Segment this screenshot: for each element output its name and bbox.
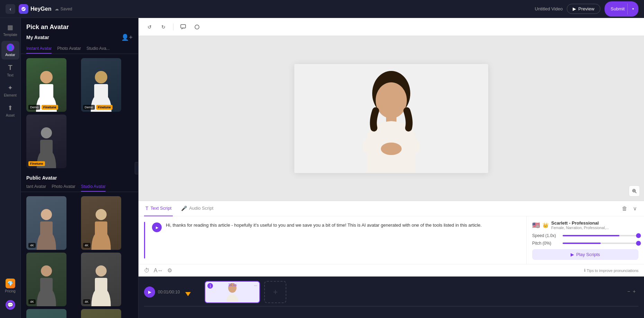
shape-icon — [194, 24, 200, 30]
pub-avatar-card-6[interactable] — [81, 309, 121, 318]
tab-instant-avatar[interactable]: Instant Avatar — [26, 44, 52, 54]
my-avatar-grid: Demo Finetune Demo Fin — [21, 54, 138, 172]
text-script-label: Text Script — [151, 206, 172, 211]
speed-slider-thumb — [636, 233, 641, 238]
pub-tab-photo[interactable]: Photo Avatar — [52, 182, 75, 192]
shape-button[interactable] — [191, 21, 203, 33]
preview-button[interactable]: ▶ Preview — [567, 4, 600, 14]
script-play-button[interactable]: ▶ — [152, 222, 162, 232]
my-avatar-card-2[interactable]: Demo Finetune — [81, 58, 121, 112]
script-right-panel: 🇺🇸 👑 Scarlett - Professional Female, Nar… — [526, 216, 644, 264]
add-clip-button[interactable]: + — [264, 281, 286, 303]
sidebar-item-text[interactable]: T Text — [1, 61, 19, 80]
pub-avatar-card-3[interactable]: 4K — [26, 253, 66, 306]
pub-avatar-card-1[interactable]: 4K — [26, 196, 66, 250]
cloud-icon: ☁ — [55, 7, 59, 11]
history-tool-button[interactable]: ⏱ — [144, 267, 150, 274]
topbar-right: Untitled Video ▶ Preview Submit ▾ — [535, 1, 638, 17]
expand-script-button[interactable]: ∨ — [632, 204, 638, 213]
pitch-setting-row: Pitch (0%) — [532, 241, 638, 246]
badge-demo-2: Demo — [83, 105, 95, 110]
pub-avatar-figure-1 — [33, 205, 60, 250]
tips-text: ℹ Tips to improve pronunciations — [584, 268, 638, 273]
public-avatar-title: Public Avatar — [21, 172, 138, 182]
clip-duration: 10.1s — [228, 283, 236, 287]
tab-text-script[interactable]: T Text Script — [144, 201, 173, 216]
pricing-label: Pricing — [5, 289, 16, 293]
toolbar-divider-1 — [173, 24, 173, 30]
submit-button[interactable]: Submit ▾ — [605, 1, 638, 17]
svg-point-5 — [41, 127, 52, 138]
delete-script-button[interactable]: 🗑 — [620, 204, 629, 213]
settings-tool-button[interactable]: ⚙ — [167, 267, 172, 274]
pub-avatar-card-5[interactable] — [26, 309, 66, 318]
my-avatar-card-3[interactable]: Finetune — [26, 115, 66, 168]
pub-avatar-card-2[interactable]: 4K — [81, 196, 121, 250]
script-panel: T Text Script 🎤 Audio Script 🗑 ∨ ▶ — [138, 201, 644, 276]
canvas-stage[interactable] — [294, 64, 488, 173]
asset-label: Asset — [6, 113, 15, 117]
svg-rect-4 — [94, 84, 108, 101]
sidebar-item-chat[interactable]: 💬 — [1, 297, 19, 312]
panel-collapse-button[interactable]: ‹ — [135, 162, 138, 174]
add-avatar-button[interactable]: 👤+ — [121, 34, 133, 41]
timeline-play-button[interactable]: ▶ — [144, 287, 155, 298]
badge-finetune-3: Finetune — [28, 161, 45, 166]
clip-more-button[interactable]: ··· — [254, 283, 257, 288]
svg-rect-19 — [181, 25, 186, 28]
pitch-slider[interactable] — [563, 243, 638, 244]
pub-tab-studio[interactable]: Studio Avatar — [81, 182, 106, 192]
timeline-clips-row: 1 10.1s ··· + — [187, 281, 286, 303]
tab-photo-avatar[interactable]: Photo Avatar — [57, 44, 81, 54]
zoom-in-button[interactable]: + — [633, 289, 636, 294]
element-label: Element — [4, 93, 17, 97]
svg-rect-6 — [40, 140, 53, 156]
preview-label: Preview — [578, 6, 594, 11]
submit-dropdown-arrow[interactable]: ▾ — [627, 3, 638, 15]
voice-selector[interactable]: 🇺🇸 👑 Scarlett - Professional Female, Nar… — [532, 220, 638, 230]
svg-point-7 — [41, 209, 52, 220]
script-text-area: ▶ Hi, thanks for reading this article - … — [138, 216, 526, 264]
tab-audio-script[interactable]: 🎤 Audio Script — [180, 201, 215, 216]
back-button[interactable]: ‹ — [6, 4, 15, 14]
avatar-panel-scroll[interactable]: Demo Finetune Demo Fin — [21, 54, 138, 318]
pub-avatar-figure-2 — [87, 205, 115, 250]
chat-icon: 💬 — [6, 300, 15, 310]
zoom-out-button[interactable]: − — [627, 289, 630, 294]
zoom-button[interactable] — [629, 185, 640, 197]
flag-icon: 🇺🇸 — [532, 221, 540, 229]
badge-demo-1: Demo — [28, 105, 40, 110]
svg-point-1 — [40, 71, 53, 83]
pitch-slider-thumb — [636, 241, 641, 246]
translate-tool-button[interactable]: A↔ — [154, 267, 163, 274]
redo-button[interactable]: ↻ — [158, 21, 169, 33]
tab-studio-avatar[interactable]: Studio Ava... — [87, 44, 110, 54]
sidebar-item-template[interactable]: ▦ Template — [1, 21, 19, 39]
sidebar-item-asset[interactable]: ⬆ Asset — [1, 101, 19, 120]
sidebar-item-avatar[interactable]: 👤 Avatar — [1, 41, 19, 60]
my-avatar-card-1[interactable]: Demo Finetune — [26, 58, 66, 112]
pub-tab-instant[interactable]: tant Avatar — [26, 182, 46, 192]
speed-slider[interactable] — [563, 235, 638, 236]
sidebar-item-element[interactable]: ✦ Element — [1, 81, 19, 100]
badge-finetune-2: Finetune — [96, 105, 113, 110]
svg-point-24 — [381, 143, 402, 155]
svg-rect-14 — [95, 278, 107, 294]
svg-point-9 — [96, 209, 107, 220]
avatar-panel: Pick an Avatar My Avatar 👤+ Instant Avat… — [21, 18, 138, 318]
audio-script-icon: 🎤 — [181, 206, 187, 211]
play-scripts-icon: ▶ — [571, 252, 574, 257]
zoom-icon — [632, 189, 637, 193]
voice-name: Scarlett - Professional — [551, 220, 638, 226]
undo-button[interactable]: ↺ — [144, 21, 155, 33]
pub-avatar-card-4[interactable]: 4K — [81, 253, 121, 306]
svg-point-3 — [95, 71, 107, 83]
comment-button[interactable] — [178, 21, 189, 33]
public-avatar-tabs: tant Avatar Photo Avatar Studio Avatar — [21, 182, 138, 192]
play-scripts-button[interactable]: ▶ Play Scripts — [532, 249, 638, 260]
sidebar-item-pricing[interactable]: 💎 Pricing — [1, 276, 19, 296]
script-actions: 🗑 ∨ — [620, 204, 638, 213]
timeline-clip-1[interactable]: 1 10.1s ··· — [205, 281, 260, 303]
app-name: HeyGen — [30, 6, 51, 12]
svg-point-20 — [195, 25, 199, 29]
